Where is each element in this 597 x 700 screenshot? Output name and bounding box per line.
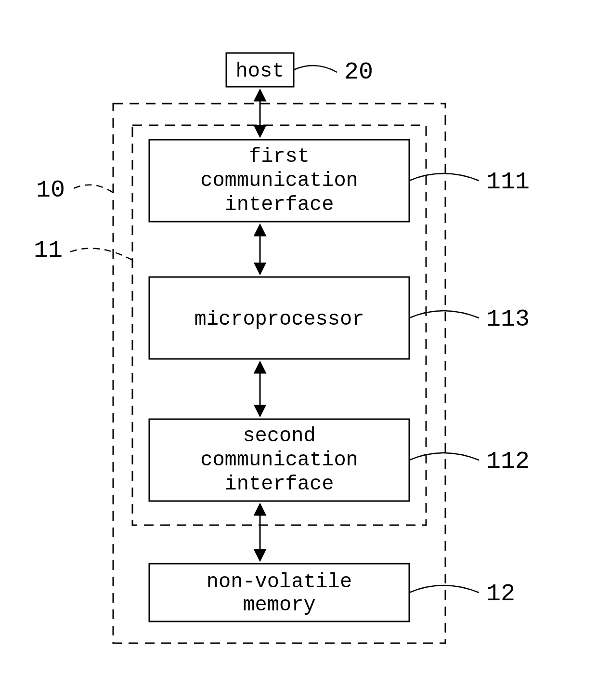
microprocessor-box: microprocessor: [149, 277, 409, 359]
microprocessor-label: microprocessor: [195, 308, 364, 331]
ref-112: 112: [486, 448, 530, 475]
second-comm-line3: interface: [225, 473, 334, 496]
host-label: host: [236, 60, 285, 83]
host-box: host: [226, 53, 294, 87]
ref-113: 113: [486, 305, 530, 333]
first-comm-box: first communication interface: [149, 140, 409, 222]
first-comm-line1: first: [249, 145, 310, 168]
ref-11: 11: [34, 237, 63, 264]
nv-memory-line2: memory: [243, 594, 315, 617]
ref-12: 12: [486, 580, 515, 608]
ref-111: 111: [486, 168, 530, 196]
lead-111: [409, 173, 479, 181]
first-comm-line3: interface: [225, 193, 334, 216]
nv-memory-line1: non-volatile: [207, 570, 352, 594]
ref-20: 20: [344, 58, 373, 86]
ref-10: 10: [36, 176, 65, 204]
lead-112: [409, 453, 479, 460]
lead-12: [409, 585, 479, 593]
nv-memory-box: non-volatile memory: [149, 564, 409, 621]
second-comm-line2: communication: [200, 449, 358, 472]
second-comm-line1: second: [243, 424, 315, 448]
lead-10: [70, 185, 113, 193]
block-diagram: host first communication interface micro…: [0, 0, 597, 700]
second-comm-box: second communication interface: [149, 419, 409, 501]
lead-113: [409, 311, 479, 318]
first-comm-line2: communication: [200, 169, 358, 192]
lead-11: [67, 248, 132, 260]
lead-20: [294, 66, 337, 72]
